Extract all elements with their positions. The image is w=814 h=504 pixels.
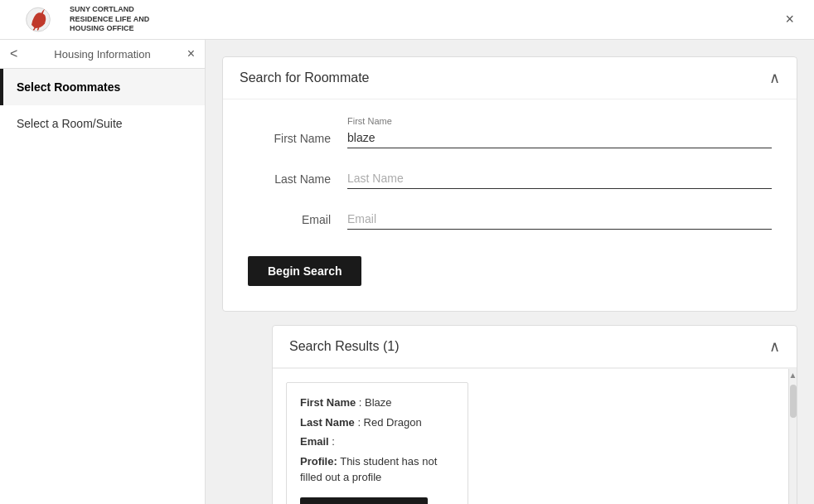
scrollbar-up-arrow[interactable]: ▲ xyxy=(789,369,797,381)
result-item: First Name : Blaze Last Name : Red Drago… xyxy=(286,382,468,504)
first-name-field-wrap: First Name xyxy=(347,116,772,148)
search-roommate-card: Search for Roommate ∧ First Name First N… xyxy=(222,56,797,312)
top-bar: SUNY CORTLAND RESIDENCE LIFE AND HOUSING… xyxy=(0,0,814,40)
email-input[interactable] xyxy=(347,209,772,230)
result-first-name: First Name : Blaze xyxy=(300,395,454,411)
first-name-field-label: First Name xyxy=(347,116,772,126)
last-name-field-wrap xyxy=(347,168,772,189)
logo-text: SUNY CORTLAND RESIDENCE LIFE AND HOUSING… xyxy=(70,5,149,34)
email-row: Email xyxy=(248,209,772,230)
last-name-label: Last Name xyxy=(248,172,347,189)
results-scroll-area: First Name : Blaze Last Name : Red Drago… xyxy=(273,369,788,504)
first-name-label: First Name xyxy=(248,132,347,148)
search-card-body: First Name First Name Last Name Email xyxy=(223,99,797,311)
email-label: Email xyxy=(248,213,347,230)
results-card-collapse-icon[interactable]: ∧ xyxy=(769,337,780,356)
search-card-header: Search for Roommate ∧ xyxy=(223,57,797,99)
sidebar: < Housing Information × Select Roommates… xyxy=(0,40,206,504)
search-card-title: Search for Roommate xyxy=(240,70,370,85)
last-name-input[interactable] xyxy=(347,168,772,189)
logo-image xyxy=(13,5,63,35)
search-card-collapse-icon[interactable]: ∧ xyxy=(769,69,780,87)
sidebar-nav: Select Roommates Select a Room/Suite xyxy=(0,69,205,142)
last-name-row: Last Name xyxy=(248,168,772,189)
results-with-scroll: First Name : Blaze Last Name : Red Drago… xyxy=(273,368,797,504)
sidebar-header: < Housing Information × xyxy=(0,40,205,69)
sidebar-close-button[interactable]: × xyxy=(187,46,195,61)
sidebar-back-button[interactable]: < xyxy=(10,46,17,61)
sidebar-item-select-room-suite[interactable]: Select a Room/Suite xyxy=(0,105,205,142)
result-last-name: Last Name : Red Dragon xyxy=(300,414,454,431)
begin-search-button[interactable]: Begin Search xyxy=(248,256,361,286)
logo-area: SUNY CORTLAND RESIDENCE LIFE AND HOUSING… xyxy=(13,5,149,35)
results-scrollbar[interactable]: ▲ ▼ xyxy=(788,369,797,504)
content-area: Search for Roommate ∧ First Name First N… xyxy=(206,40,814,504)
results-card-header: Search Results (1) ∧ xyxy=(273,326,797,368)
first-name-row: First Name First Name xyxy=(248,116,772,148)
scrollbar-thumb[interactable] xyxy=(790,385,797,418)
search-results-card: Search Results (1) ∧ First Name : Blaze … xyxy=(272,325,797,504)
sidebar-header-title: Housing Information xyxy=(17,48,187,61)
results-card-title: Search Results (1) xyxy=(289,339,400,354)
first-name-input[interactable] xyxy=(347,128,772,148)
email-field-wrap xyxy=(347,209,772,230)
request-roommate-button[interactable]: Request Roommate xyxy=(300,497,428,505)
main-layout: < Housing Information × Select Roommates… xyxy=(0,40,814,504)
top-close-button[interactable]: × xyxy=(778,7,801,32)
result-profile: Profile: This student has not filled out… xyxy=(300,453,454,486)
sidebar-item-select-roommates[interactable]: Select Roommates xyxy=(0,69,205,105)
result-email: Email : xyxy=(300,434,454,450)
